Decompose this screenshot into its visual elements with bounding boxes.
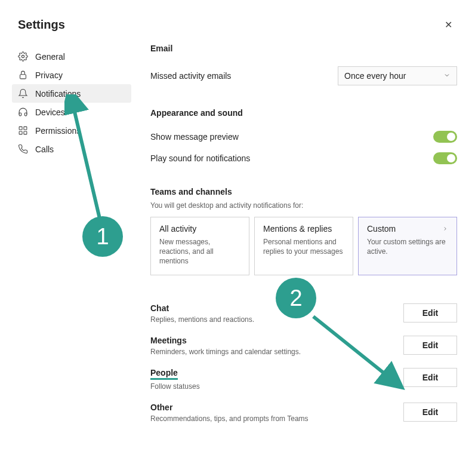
category-title: Meetings (150, 336, 301, 345)
category-meetings: Meetings Reminders, work timings and cal… (150, 325, 457, 358)
svg-rect-2 (19, 127, 22, 130)
missed-emails-label: Missed activity emails (150, 71, 231, 81)
category-people: People Follow statuses Edit (150, 358, 457, 392)
card-desc: Personal mentions and replies to your me… (263, 237, 344, 256)
sidebar-item-label: Permissions (35, 126, 81, 136)
category-desc: Replies, mentions and reactions. (150, 315, 254, 324)
category-desc: Recommendations, tips, and prompts from … (150, 414, 309, 423)
svg-rect-3 (24, 127, 27, 130)
sidebar-item-general[interactable]: General (12, 47, 131, 66)
sidebar-item-label: General (35, 52, 65, 62)
category-desc: Reminders, work timings and calendar set… (150, 348, 301, 356)
headphones-icon (18, 107, 28, 117)
edit-chat-button[interactable]: Edit (403, 303, 457, 323)
section-appearance: Appearance and sound Show message previe… (150, 108, 457, 169)
lock-icon (18, 70, 28, 80)
annotation-badge-1: 1 (82, 216, 123, 257)
preview-toggle[interactable] (433, 131, 457, 143)
sidebar-item-permissions[interactable]: Permissions (12, 121, 131, 140)
close-button[interactable]: ✕ (440, 17, 457, 33)
section-title-appearance: Appearance and sound (150, 108, 457, 118)
card-all-activity[interactable]: All activity New messages, reactions, an… (150, 217, 249, 275)
gear-icon (18, 51, 28, 62)
svg-rect-4 (19, 131, 22, 134)
sidebar-item-privacy[interactable]: Privacy (12, 66, 131, 84)
category-title: People (150, 368, 178, 380)
card-mentions-replies[interactable]: Mentions & replies Personal mentions and… (254, 217, 353, 275)
sidebar-item-label: Calls (35, 145, 54, 154)
sidebar-item-label: Devices (35, 108, 65, 117)
content: Email Missed activity emails Once every … (131, 39, 457, 425)
section-title-teams: Teams and channels (150, 187, 457, 196)
chevron-down-icon (443, 71, 451, 81)
apps-icon (18, 125, 28, 136)
sound-toggle[interactable] (433, 152, 457, 164)
chevron-right-icon (442, 224, 448, 234)
card-desc: Your custom settings are active. (367, 237, 448, 256)
preview-label: Show message preview (150, 132, 239, 142)
card-title: Custom (367, 224, 396, 234)
category-other: Other Recommendations, tips, and prompts… (150, 392, 457, 425)
edit-meetings-button[interactable]: Edit (403, 336, 457, 355)
page-title: Settings (18, 18, 65, 32)
edit-other-button[interactable]: Edit (403, 403, 457, 422)
svg-rect-1 (20, 75, 26, 79)
card-title: Mentions & replies (263, 224, 332, 234)
bell-icon (18, 88, 28, 99)
svg-rect-5 (24, 131, 27, 134)
section-title-email: Email (150, 44, 457, 53)
sidebar-item-calls[interactable]: Calls (12, 140, 131, 158)
close-icon: ✕ (445, 20, 452, 30)
category-title: Chat (150, 303, 254, 313)
sidebar-item-label: Notifications (35, 89, 81, 99)
section-email: Email Missed activity emails Once every … (150, 44, 457, 90)
annotation-badge-2: 2 (276, 278, 316, 318)
category-title: Other (150, 403, 309, 412)
card-desc: New messages, reactions, and all mention… (159, 237, 240, 266)
edit-people-button[interactable]: Edit (403, 368, 457, 387)
section-teams: Teams and channels You will get desktop … (150, 187, 457, 275)
card-custom[interactable]: Custom Your custom settings are active. (358, 217, 457, 275)
sidebar-item-label: Privacy (35, 70, 63, 80)
card-title: All activity (159, 224, 196, 234)
svg-point-0 (21, 55, 24, 57)
sidebar-item-devices[interactable]: Devices (12, 103, 131, 121)
sidebar-item-notifications[interactable]: Notifications (12, 84, 131, 103)
sound-label: Play sound for notifications (150, 153, 250, 163)
phone-icon (18, 144, 28, 154)
select-value: Once every hour (344, 71, 406, 81)
teams-subtext: You will get desktop and activity notifi… (150, 201, 457, 210)
category-desc: Follow statuses (150, 382, 200, 391)
missed-emails-select[interactable]: Once every hour (338, 66, 457, 85)
